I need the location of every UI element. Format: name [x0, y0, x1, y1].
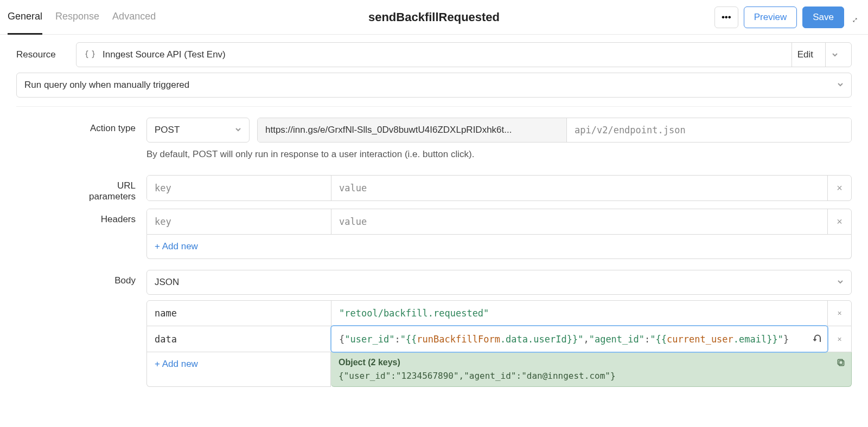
remove-row-button[interactable]: × — [827, 326, 851, 352]
url-param-row: × — [146, 175, 852, 201]
resource-name: Inngest Source API (Test Env) — [103, 49, 785, 60]
header-value-input[interactable] — [331, 209, 827, 234]
resource-type-icon — [84, 49, 96, 61]
add-body-row-button[interactable]: + Add new — [146, 352, 331, 387]
body-key-input[interactable]: data — [147, 326, 331, 352]
resource-edit-button[interactable]: Edit — [792, 43, 819, 67]
body-row-data: data { "user_id": "{{runBackfillForm.dat… — [146, 326, 852, 352]
body-value-input[interactable]: "retool/backfill.requested" — [331, 301, 827, 326]
remove-row-button[interactable]: × — [827, 301, 851, 326]
topbar-actions: ••• Preview Save — [714, 7, 860, 28]
trigger-value: Run query only when manually triggered — [24, 80, 837, 90]
tab-advanced[interactable]: Advanced — [112, 0, 156, 35]
action-helper-text: By default, POST will only run in respon… — [146, 149, 852, 160]
close-icon: × — [837, 216, 843, 228]
url-group: https://inn.gs/e/GrxfNl-Slls_0Dv8buwtU4I… — [257, 118, 852, 143]
body-key-input[interactable]: name — [147, 301, 331, 326]
headers-label: Headers — [76, 209, 146, 225]
svg-rect-0 — [839, 361, 844, 366]
eval-preview: Object (2 keys) {"user_id":"1234567890",… — [331, 352, 852, 387]
resource-select[interactable]: Inngest Source API (Test Env) Edit — [76, 42, 852, 67]
save-button[interactable]: Save — [802, 7, 844, 28]
tab-response[interactable]: Response — [55, 0, 99, 35]
url-path-input[interactable] — [567, 118, 851, 142]
close-icon: × — [837, 309, 841, 318]
url-params-label: URL parameters — [76, 175, 146, 202]
method-select[interactable]: POST — [146, 118, 250, 143]
body-value-input[interactable]: { "user_id": "{{runBackfillForm.data.use… — [331, 326, 827, 352]
header-key-input[interactable] — [147, 209, 331, 234]
action-type-label: Action type — [76, 118, 146, 134]
remove-row-button[interactable]: × — [827, 209, 851, 234]
revert-icon[interactable] — [812, 334, 823, 345]
close-icon: × — [837, 183, 843, 194]
query-title: sendBackfillRequested — [368, 10, 500, 24]
more-button[interactable]: ••• — [714, 7, 738, 28]
remove-row-button[interactable]: × — [827, 176, 851, 200]
add-header-button[interactable]: + Add new — [146, 235, 852, 259]
header-row: × — [146, 209, 852, 235]
body-type-value: JSON — [155, 277, 833, 288]
topbar: General Response Advanced sendBackfillRe… — [0, 0, 868, 35]
url-base: https://inn.gs/e/GrxfNl-Slls_0Dv8buwtU4I… — [258, 118, 567, 142]
url-param-value-input[interactable] — [331, 176, 827, 200]
ellipsis-icon: ••• — [722, 12, 731, 23]
url-param-key-input[interactable] — [147, 176, 331, 200]
chevron-down-icon — [837, 277, 844, 288]
preview-button[interactable]: Preview — [744, 7, 797, 28]
close-icon: × — [837, 335, 841, 344]
copy-icon[interactable] — [836, 358, 846, 367]
trigger-select[interactable]: Run query only when manually triggered — [16, 73, 852, 98]
svg-rect-1 — [838, 359, 843, 364]
body-row-name: name "retool/backfill.requested" × — [146, 300, 852, 326]
chevron-down-icon — [837, 80, 844, 90]
tab-general[interactable]: General — [8, 0, 42, 35]
chevron-down-icon — [235, 125, 241, 135]
body-label: Body — [76, 270, 146, 286]
tabs: General Response Advanced — [8, 0, 156, 35]
method-value: POST — [155, 125, 231, 135]
body-type-select[interactable]: JSON — [146, 270, 852, 295]
eval-head: Object (2 keys) — [339, 358, 844, 367]
chevron-down-icon[interactable] — [825, 43, 844, 67]
resource-label: Resource — [16, 49, 76, 60]
eval-json: {"user_id":"1234567890","agent_id":"dan@… — [339, 371, 844, 381]
expand-icon[interactable] — [850, 12, 860, 23]
